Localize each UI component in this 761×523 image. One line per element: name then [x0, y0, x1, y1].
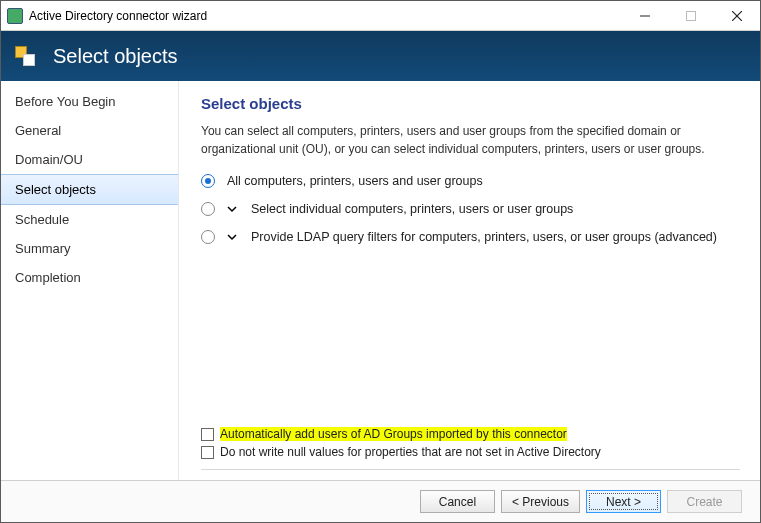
radio-label: Provide LDAP query filters for computers… [251, 230, 717, 244]
radio-option-ldap[interactable]: Provide LDAP query filters for computers… [201, 230, 740, 244]
checkbox-label: Automatically add users of AD Groups imp… [220, 427, 567, 441]
sidebar-item-summary[interactable]: Summary [1, 234, 178, 263]
content-panel: Select objects You can select all comput… [179, 81, 760, 480]
step-sidebar: Before You Begin General Domain/OU Selec… [1, 81, 179, 480]
wizard-window: Active Directory connector wizard Select… [0, 0, 761, 523]
sidebar-item-completion[interactable]: Completion [1, 263, 178, 292]
radio-button[interactable] [201, 174, 215, 188]
titlebar: Active Directory connector wizard [1, 1, 760, 31]
close-button[interactable] [714, 1, 760, 30]
chevron-down-icon[interactable] [227, 232, 237, 242]
sidebar-item-select-objects[interactable]: Select objects [1, 174, 178, 205]
radio-button[interactable] [201, 202, 215, 216]
radio-option-individual[interactable]: Select individual computers, printers, u… [201, 202, 740, 216]
next-button[interactable]: Next > [586, 490, 661, 513]
radio-group: All computers, printers, users and user … [201, 174, 740, 244]
bottom-options: Automatically add users of AD Groups imp… [201, 425, 740, 470]
wizard-header: Select objects [1, 31, 760, 81]
radio-label: All computers, printers, users and user … [227, 174, 483, 188]
app-icon [7, 8, 23, 24]
window-controls [622, 1, 760, 30]
checkbox-input[interactable] [201, 428, 214, 441]
previous-button[interactable]: < Previous [501, 490, 580, 513]
header-title: Select objects [53, 45, 178, 68]
checkbox-label: Do not write null values for properties … [220, 445, 601, 459]
sidebar-item-schedule[interactable]: Schedule [1, 205, 178, 234]
cancel-button[interactable]: Cancel [420, 490, 495, 513]
wizard-footer: Cancel < Previous Next > Create [1, 480, 760, 522]
wizard-body: Before You Begin General Domain/OU Selec… [1, 81, 760, 480]
header-logo-icon [15, 46, 43, 66]
sidebar-item-before-you-begin[interactable]: Before You Begin [1, 87, 178, 116]
separator [201, 469, 740, 470]
minimize-button[interactable] [622, 1, 668, 30]
svg-rect-1 [687, 11, 696, 20]
chevron-down-icon[interactable] [227, 204, 237, 214]
radio-label: Select individual computers, printers, u… [251, 202, 573, 216]
sidebar-item-domain-ou[interactable]: Domain/OU [1, 145, 178, 174]
checkbox-no-null-values[interactable]: Do not write null values for properties … [201, 443, 740, 461]
checkbox-auto-add-users[interactable]: Automatically add users of AD Groups imp… [201, 425, 740, 443]
create-button: Create [667, 490, 742, 513]
radio-button[interactable] [201, 230, 215, 244]
radio-option-all[interactable]: All computers, printers, users and user … [201, 174, 740, 188]
checkbox-input[interactable] [201, 446, 214, 459]
window-title: Active Directory connector wizard [29, 9, 622, 23]
maximize-button[interactable] [668, 1, 714, 30]
sidebar-item-general[interactable]: General [1, 116, 178, 145]
page-heading: Select objects [201, 95, 740, 112]
page-description: You can select all computers, printers, … [201, 122, 740, 158]
